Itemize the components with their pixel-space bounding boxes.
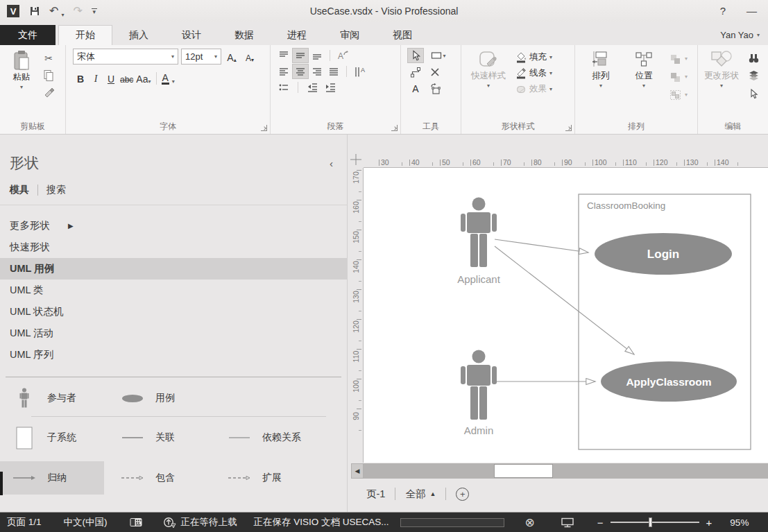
stencil-item-uml-activity[interactable]: UML 活动 (0, 323, 347, 344)
tab-home[interactable]: 开始 (58, 25, 112, 45)
master-include[interactable]: 包含 (104, 461, 208, 495)
text-tool-button[interactable]: A (408, 82, 423, 96)
zoom-slider[interactable] (611, 522, 699, 523)
align-top-button[interactable] (276, 49, 291, 62)
bring-forward-button[interactable]: ▾ (668, 51, 688, 66)
rectangle-tool-button[interactable]: ▾ (427, 49, 450, 62)
tab-file[interactable]: 文件 (0, 25, 56, 45)
send-backward-button[interactable]: ▾ (668, 69, 688, 84)
all-pages-button[interactable]: 全部 ▲ (405, 488, 436, 501)
align-left-button[interactable] (276, 65, 291, 78)
undo-dropdown-icon[interactable]: ▾ (61, 12, 64, 18)
vertical-text-button[interactable]: A (352, 65, 367, 78)
undo-button[interactable]: ↶ (49, 6, 58, 17)
paragraph-dialog-launcher-icon[interactable] (391, 125, 398, 131)
master-association[interactable]: 关联 (104, 421, 208, 454)
tab-search[interactable]: 搜索 (46, 184, 66, 196)
paste-button[interactable]: 粘贴 ▾ (3, 49, 40, 99)
shape-style-dialog-launcher-icon[interactable] (565, 125, 572, 131)
help-button[interactable]: ? (720, 5, 726, 17)
master-extend[interactable]: 扩展 (208, 461, 326, 495)
bullets-button[interactable] (276, 80, 291, 94)
master-usecase[interactable]: 用例 (104, 381, 208, 415)
cut-button[interactable]: ✂ (40, 51, 57, 66)
change-shape-button[interactable]: 更改形状 ▾ (701, 49, 742, 101)
actor-applicant[interactable]: Applicant (457, 198, 501, 286)
position-button[interactable]: 位置 ▾ (625, 49, 663, 102)
italic-button[interactable]: I (88, 71, 103, 86)
macro-record-icon[interactable] (130, 517, 142, 527)
page-tab[interactable]: 页-1 (366, 488, 385, 501)
connector-applicant-login[interactable] (495, 239, 588, 252)
bold-button[interactable]: B (73, 71, 88, 86)
justify-button[interactable] (326, 65, 341, 78)
fill-button[interactable]: 填充▾ (514, 50, 552, 65)
master-generalization[interactable]: 归纳 (0, 461, 104, 495)
zoom-in-button[interactable]: + (706, 517, 712, 529)
collapse-panel-icon[interactable]: ‹ (330, 157, 333, 169)
grow-font-button[interactable]: A▴ (224, 49, 239, 65)
underline-button[interactable]: U (103, 71, 119, 86)
font-color-button[interactable]: A▾ (160, 71, 176, 86)
tab-view[interactable]: 视图 (376, 25, 429, 45)
add-page-button[interactable]: + (456, 488, 469, 501)
zoom-slider-thumb[interactable] (649, 517, 652, 527)
scrollbar-track[interactable] (364, 463, 768, 479)
quick-style-button[interactable]: 快速样式 ▾ (467, 49, 510, 96)
qat-customize-button[interactable]: ▾ (92, 8, 97, 14)
actor-admin[interactable]: Admin (461, 350, 497, 437)
presentation-mode-icon[interactable] (561, 517, 574, 528)
font-family-select[interactable]: 宋体 ▾ (73, 49, 178, 65)
stencil-item-quick-shapes[interactable]: 快速形状 (0, 237, 347, 258)
master-actor[interactable]: 参与者 (0, 381, 104, 415)
tab-process[interactable]: 进程 (271, 25, 323, 45)
find-button[interactable] (745, 50, 762, 65)
connector-tool-button[interactable] (408, 65, 423, 79)
align-button[interactable]: 排列 ▾ (582, 49, 620, 102)
scroll-left-icon[interactable]: ◀ (351, 463, 364, 479)
tab-design[interactable]: 设计 (165, 25, 218, 45)
redo-button[interactable]: ↷ (73, 6, 82, 17)
strikethrough-button[interactable]: abc (119, 71, 135, 86)
zoom-level[interactable]: 95% (730, 517, 749, 528)
master-subsystem[interactable]: 子系统 (0, 421, 104, 454)
page-indicator[interactable]: 页面 1/1 (7, 516, 42, 529)
tab-data[interactable]: 数据 (218, 25, 271, 45)
pointer-tool-button[interactable] (408, 49, 423, 62)
align-center-button[interactable] (293, 65, 308, 78)
shrink-font-button[interactable]: A▾ (242, 49, 257, 65)
panel-scrollbar[interactable] (0, 472, 3, 495)
tab-stencils[interactable]: 模具 (10, 184, 29, 196)
align-middle-button[interactable] (293, 49, 308, 62)
align-bottom-button[interactable] (309, 49, 325, 62)
text-direction-button[interactable]: A (335, 49, 350, 62)
group-button[interactable]: ▾ (668, 87, 688, 102)
tab-insert[interactable]: 插入 (112, 25, 165, 45)
minimize-button[interactable]: — (746, 5, 757, 17)
cancel-icon[interactable]: ⊗ (525, 515, 535, 530)
font-dialog-launcher-icon[interactable] (261, 125, 267, 131)
rotate-tool-button[interactable] (427, 82, 443, 96)
usecase-login[interactable]: Login (595, 233, 732, 275)
master-dependency[interactable]: 依赖关系 (208, 421, 326, 454)
format-painter-button[interactable] (40, 84, 57, 99)
user-account[interactable]: Yan Yao ▾ (720, 30, 760, 40)
copy-button[interactable] (40, 67, 57, 83)
line-button[interactable]: 线条▾ (514, 66, 552, 80)
connection-point-tool-button[interactable] (427, 65, 443, 79)
stencil-item-uml-sequence[interactable]: UML 序列 (0, 344, 347, 366)
scrollbar-thumb[interactable] (494, 464, 553, 478)
align-right-button[interactable] (309, 65, 325, 78)
stencil-item-uml-statemachine[interactable]: UML 状态机 (0, 301, 347, 323)
stencil-item-more-shapes[interactable]: 更多形状 ▶ (0, 215, 347, 237)
system-boundary[interactable]: ClassroomBooking (579, 194, 751, 449)
horizontal-scrollbar[interactable]: ◀ (351, 463, 768, 479)
effects-button[interactable]: 效果▾ (514, 82, 552, 96)
save-button[interactable] (29, 6, 40, 17)
language-indicator[interactable]: 中文(中国) (64, 516, 108, 529)
drawing-page[interactable]: ClassroomBooking Applicant (364, 168, 768, 463)
change-case-button[interactable]: Aa▾ (135, 71, 152, 86)
layers-button[interactable] (745, 68, 762, 83)
zoom-out-button[interactable]: − (597, 517, 604, 529)
stencil-item-uml-usecase[interactable]: UML 用例 (0, 258, 347, 280)
